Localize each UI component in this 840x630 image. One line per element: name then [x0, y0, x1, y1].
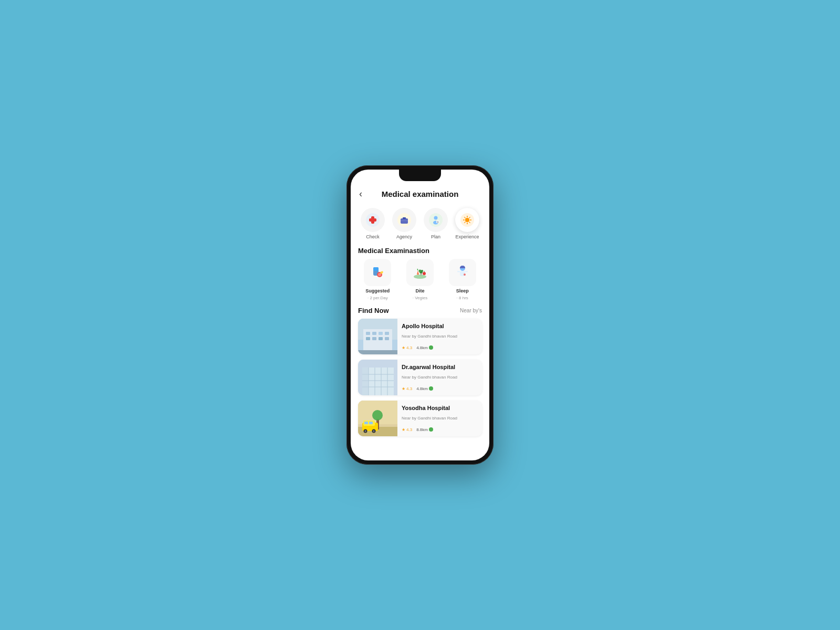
agarwal-address: Near by Gandhi bhavan Road: [402, 375, 478, 380]
svg-point-32: [419, 270, 422, 272]
apollo-image: [358, 319, 397, 354]
suggested-name: Suggested: [365, 288, 390, 293]
plan-icon: [429, 213, 443, 227]
svg-rect-24: [373, 267, 379, 271]
back-button[interactable]: ‹: [359, 188, 362, 200]
svg-rect-2: [369, 218, 376, 222]
svg-rect-47: [379, 332, 383, 335]
star-icon: ★: [402, 345, 405, 350]
yosodha-address: Near by Gandhi bhavan Road: [402, 416, 478, 421]
agarwal-name: Dr.agarwal Hospital: [402, 364, 478, 370]
svg-point-74: [373, 430, 375, 432]
experience-icon: [460, 213, 474, 227]
experience-label: Experience: [455, 234, 479, 239]
svg-rect-10: [436, 220, 439, 223]
apollo-rating-value: 4.3: [406, 345, 412, 350]
phone-frame: ‹ Medical examination Check: [346, 165, 494, 465]
apollo-address: Near by Gandhi bhavan Road: [402, 334, 478, 339]
svg-rect-50: [372, 337, 376, 340]
dite-icon-box: [406, 259, 434, 286]
category-experience[interactable]: Experience: [453, 208, 482, 239]
svg-point-39: [464, 274, 466, 276]
medical-section-title: Medical Examinastion: [351, 242, 489, 259]
svg-rect-6: [401, 220, 408, 221]
svg-rect-5: [403, 217, 406, 219]
svg-rect-51: [379, 337, 383, 340]
header: ‹ Medical examination: [351, 185, 489, 204]
svg-rect-41: [465, 271, 468, 272]
check-label: Check: [366, 234, 380, 239]
svg-rect-34: [421, 273, 422, 275]
suggested-icon: [368, 263, 387, 282]
apollo-distance: 4.8km: [416, 345, 433, 350]
agency-icon: [397, 213, 411, 227]
svg-rect-63: [362, 368, 369, 395]
agarwal-meta: ★ 4.3 4.8km: [402, 386, 478, 391]
category-check[interactable]: Check: [358, 208, 387, 239]
hospital-card-apollo[interactable]: Apollo Hospital Near by Gandhi bhavan Ro…: [358, 319, 482, 354]
svg-rect-46: [372, 332, 376, 335]
svg-point-68: [372, 410, 383, 421]
agarwal-rating-value: 4.3: [406, 386, 412, 391]
apollo-meta: ★ 4.3 4.8km: [402, 345, 478, 350]
suggested-sub: · 2 per.Day: [368, 296, 388, 300]
svg-rect-40: [457, 271, 460, 272]
yosodha-distance-dot: [429, 427, 433, 432]
yosodha-meta: ★ 4.3 8.8km: [402, 427, 478, 432]
check-icon: [366, 213, 380, 227]
svg-rect-76: [369, 422, 373, 424]
svg-point-8: [434, 216, 438, 220]
yosodha-building-svg: [358, 401, 397, 436]
agarwal-building-svg: [358, 360, 397, 395]
svg-rect-45: [366, 332, 370, 335]
star-icon-3: ★: [402, 427, 405, 432]
svg-rect-48: [385, 332, 389, 335]
svg-point-7: [429, 213, 443, 227]
categories-row: Check Agency: [351, 204, 489, 242]
sleep-icon: [453, 263, 472, 282]
svg-rect-49: [366, 337, 370, 340]
near-bys-link[interactable]: Near by's: [460, 308, 482, 313]
experience-icon-circle: [455, 208, 479, 232]
page-title: Medical examination: [382, 190, 459, 198]
medical-item-dite[interactable]: Dite · Vegies: [401, 259, 440, 300]
yosodha-rating-value: 4.3: [406, 427, 412, 432]
category-plan[interactable]: Plan: [421, 208, 450, 239]
yosodha-info: Yosodha Hospital Near by Gandhi bhavan R…: [397, 401, 482, 436]
find-now-header: Find Now Near by's: [351, 304, 489, 319]
phone-notch: [399, 170, 441, 181]
apollo-info: Apollo Hospital Near by Gandhi bhavan Ro…: [397, 319, 482, 354]
category-agency[interactable]: Agency: [390, 208, 419, 239]
agarwal-distance-dot: [429, 386, 433, 391]
hospital-card-yosodha[interactable]: Yosodha Hospital Near by Gandhi bhavan R…: [358, 401, 482, 436]
sleep-name: Sleep: [456, 288, 469, 293]
svg-rect-75: [364, 422, 368, 424]
svg-rect-52: [385, 337, 389, 340]
svg-point-35: [423, 272, 426, 275]
dite-sub: · Vegies: [413, 296, 427, 300]
suggested-icon-box: [364, 259, 391, 286]
medical-item-suggested[interactable]: Suggested · 2 per.Day: [358, 259, 397, 300]
apollo-building-svg: [358, 319, 397, 354]
svg-point-14: [465, 218, 469, 222]
find-now-title: Find Now: [358, 307, 389, 314]
medical-item-sleep[interactable]: Sleep · 8 hrs: [443, 259, 482, 300]
svg-marker-29: [417, 270, 419, 275]
agency-icon-circle: [392, 208, 416, 232]
yosodha-image: [358, 401, 397, 436]
medical-items-row: Suggested · 2 per.Day: [351, 259, 489, 304]
plan-icon-circle: [424, 208, 448, 232]
sleep-sub: · 8 hrs: [457, 296, 468, 300]
agarwal-image: [358, 360, 397, 395]
hospital-card-agarwal[interactable]: Dr.agarwal Hospital Near by Gandhi bhava…: [358, 360, 482, 395]
svg-line-30: [417, 269, 418, 270]
apollo-name: Apollo Hospital: [402, 323, 478, 329]
agency-label: Agency: [396, 234, 412, 239]
svg-point-72: [365, 430, 366, 432]
apollo-distance-dot: [429, 345, 433, 350]
svg-point-28: [414, 275, 426, 279]
phone-screen: ‹ Medical examination Check: [351, 170, 489, 460]
agarwal-rating: ★ 4.3: [402, 386, 412, 391]
yosodha-name: Yosodha Hospital: [402, 405, 478, 411]
screen-content: ‹ Medical examination Check: [351, 170, 489, 460]
